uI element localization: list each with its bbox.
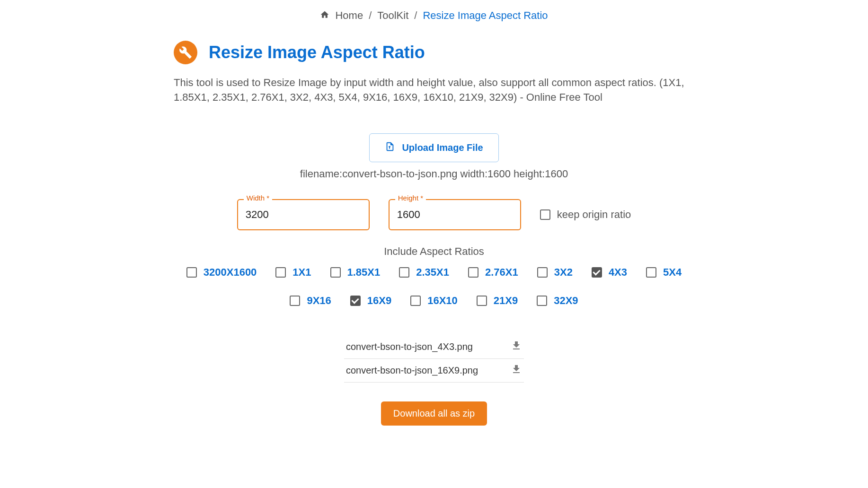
ratio-checkbox[interactable]: 21X9 [477,295,518,307]
breadcrumb-home[interactable]: Home [335,9,363,22]
ratio-label: 1X1 [292,266,311,279]
ratio-label: 16X10 [427,295,458,307]
title-row: Resize Image Aspect Ratio [174,41,694,64]
width-label: Width * [244,194,272,202]
height-label: Height * [395,194,426,202]
ratio-label: 3200X1600 [204,266,257,279]
keep-ratio-label: keep origin ratio [557,209,631,221]
ratio-checkbox[interactable]: 4X3 [592,266,627,279]
checkbox-icon [540,209,550,220]
output-item: convert-bson-to-json_16X9.png [344,359,524,383]
page-description: This tool is used to Resize Image by inp… [174,76,694,105]
ratios-section-label: Include Aspect Ratios [174,245,694,258]
checkbox-icon [399,267,409,278]
checkbox-icon [290,296,300,306]
ratio-checkbox[interactable]: 5X4 [646,266,682,279]
ratio-label: 9X16 [307,295,331,307]
breadcrumb-toolkit[interactable]: ToolKit [377,9,408,22]
breadcrumb-sep: / [414,9,417,22]
ratio-checkbox[interactable]: 32X9 [537,295,578,307]
ratio-checkbox[interactable]: 3X2 [537,266,573,279]
breadcrumb: Home / ToolKit / Resize Image Aspect Rat… [174,9,694,22]
ratio-label: 5X4 [663,266,682,279]
checkbox-icon [592,267,602,278]
checkbox-icon [537,267,548,278]
upload-button[interactable]: Upload Image File [369,133,498,162]
ratio-checkbox[interactable]: 1X1 [275,266,311,279]
height-field-wrap: Height * [389,199,521,230]
ratio-checkbox[interactable]: 1.85X1 [330,266,381,279]
output-filename: convert-bson-to-json_4X3.png [346,341,473,352]
ratio-label: 3X2 [554,266,573,279]
download-all-button[interactable]: Download all as zip [381,401,487,426]
checkbox-icon [477,296,487,306]
breadcrumb-current: Resize Image Aspect Ratio [423,9,548,22]
ratio-label: 4X3 [609,266,627,279]
checkbox-icon [468,267,478,278]
ratios-row: 3200X16001X11.85X12.35X12.76X13X24X35X49… [174,266,694,307]
breadcrumb-sep: / [369,9,372,22]
ratio-checkbox[interactable]: 3200X1600 [186,266,257,279]
home-icon [320,10,329,22]
ratio-checkbox[interactable]: 9X16 [290,295,331,307]
checkbox-icon [330,267,341,278]
page-title: Resize Image Aspect Ratio [209,43,425,62]
upload-file-icon [385,141,395,154]
download-icon[interactable] [511,364,522,377]
checkbox-icon [537,296,547,306]
keep-ratio-checkbox[interactable]: keep origin ratio [540,209,631,221]
ratio-label: 2.76X1 [485,266,518,279]
checkbox-icon [275,267,286,278]
ratio-checkbox[interactable]: 2.35X1 [399,266,449,279]
upload-button-label: Upload Image File [402,142,483,153]
ratio-label: 1.85X1 [347,266,381,279]
ratio-checkbox[interactable]: 16X9 [350,295,391,307]
download-icon[interactable] [511,340,522,354]
width-input[interactable] [237,199,370,230]
ratio-checkbox[interactable]: 2.76X1 [468,266,518,279]
ratio-checkbox[interactable]: 16X10 [410,295,458,307]
output-filename: convert-bson-to-json_16X9.png [346,365,478,376]
ratio-label: 21X9 [494,295,518,307]
checkbox-icon [186,267,197,278]
file-meta: filename:convert-bson-to-json.png width:… [174,168,694,180]
height-input[interactable] [389,199,521,230]
ratio-label: 32X9 [554,295,578,307]
output-item: convert-bson-to-json_4X3.png [344,335,524,359]
ratio-label: 16X9 [367,295,391,307]
output-list: convert-bson-to-json_4X3.pngconvert-bson… [344,335,524,383]
width-field-wrap: Width * [237,199,370,230]
checkbox-icon [410,296,421,306]
ratio-label: 2.35X1 [416,266,449,279]
checkbox-icon [350,296,361,306]
tools-icon [174,41,197,64]
checkbox-icon [646,267,656,278]
